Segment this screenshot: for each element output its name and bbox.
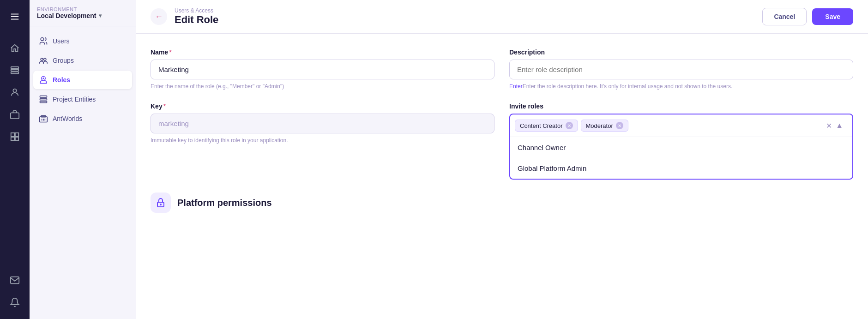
svg-point-15 bbox=[44, 58, 46, 60]
chevron-down-icon: ▾ bbox=[99, 12, 102, 19]
sidebar-item-project-entities[interactable]: Project Entities bbox=[33, 90, 132, 108]
env-name-text: Local Development bbox=[37, 12, 96, 19]
name-required: * bbox=[169, 48, 171, 56]
cancel-button[interactable]: Cancel bbox=[762, 8, 807, 25]
users-icon bbox=[39, 36, 48, 46]
sidebar-item-label: Users bbox=[53, 37, 70, 45]
env-selector[interactable]: Local Development ▾ bbox=[37, 12, 128, 19]
svg-rect-11 bbox=[15, 137, 18, 140]
role-tag-content-creator: Content Creator ✕ bbox=[515, 120, 578, 132]
content-list-icon[interactable] bbox=[6, 61, 24, 79]
role-tag-moderator: Moderator ✕ bbox=[581, 120, 628, 132]
description-hint: EnterEnter the role description here. It… bbox=[509, 83, 853, 90]
svg-rect-19 bbox=[40, 98, 47, 100]
invite-roles-label: Invite roles bbox=[509, 102, 853, 110]
permissions-section: Platform permissions bbox=[151, 193, 853, 213]
hamburger-icon[interactable] bbox=[6, 7, 24, 26]
svg-rect-20 bbox=[40, 101, 47, 102]
clear-icon[interactable]: ✕ bbox=[826, 121, 832, 130]
save-button[interactable]: Save bbox=[812, 8, 853, 25]
sidebar-item-label: Project Entities bbox=[53, 96, 96, 103]
sidebar-item-groups[interactable]: Groups bbox=[33, 51, 132, 70]
permissions-header: Platform permissions bbox=[151, 193, 853, 213]
invite-roles-group: Invite roles Content Creator ✕ Moderator… bbox=[509, 102, 853, 180]
groups-icon bbox=[39, 56, 48, 65]
permissions-icon bbox=[151, 193, 171, 213]
svg-rect-8 bbox=[11, 133, 14, 136]
key-label: Key* bbox=[151, 102, 494, 110]
dropdown-option-channel-owner[interactable]: Channel Owner bbox=[510, 137, 852, 158]
invite-icons: ✕ ▲ bbox=[826, 121, 848, 130]
lock-icon bbox=[155, 197, 166, 208]
svg-rect-9 bbox=[15, 133, 18, 136]
header-left: ← Users & Access Edit Role bbox=[151, 7, 218, 26]
svg-point-30 bbox=[160, 204, 161, 205]
back-button[interactable]: ← bbox=[151, 8, 167, 25]
svg-rect-7 bbox=[11, 113, 19, 119]
key-hint: Immutable key to identifying this role i… bbox=[151, 137, 494, 144]
key-required: * bbox=[163, 102, 166, 110]
description-group: Description EnterEnter the role descript… bbox=[509, 48, 853, 90]
svg-rect-10 bbox=[11, 137, 14, 140]
role-tag-label: Content Creator bbox=[520, 122, 563, 129]
invite-roles-input-row: Content Creator ✕ Moderator ✕ ✕ ▲ bbox=[510, 114, 852, 137]
invite-dropdown: Channel Owner Global Platform Admin bbox=[510, 137, 852, 179]
description-label: Description bbox=[509, 48, 853, 56]
sidebar-item-label: Groups bbox=[53, 57, 74, 64]
role-tag-label: Moderator bbox=[586, 122, 613, 129]
env-header: Environment Local Development ▾ bbox=[30, 0, 136, 26]
form-row-1: Name* Enter the name of the role (e.g., … bbox=[151, 48, 853, 90]
user-icon[interactable] bbox=[6, 83, 24, 102]
sidebar-item-label: AntWorlds bbox=[53, 115, 82, 122]
bag-icon[interactable] bbox=[6, 105, 24, 124]
sidebar-item-label: Roles bbox=[53, 76, 70, 84]
antworlds-icon bbox=[39, 114, 48, 123]
sidebar-item-users[interactable]: Users bbox=[33, 32, 132, 50]
svg-rect-12 bbox=[11, 277, 19, 284]
page-title: Edit Role bbox=[175, 14, 218, 26]
dropdown-option-global-admin[interactable]: Global Platform Admin bbox=[510, 158, 852, 179]
description-input[interactable] bbox=[509, 60, 853, 79]
mail-icon[interactable] bbox=[6, 271, 24, 289]
project-entities-icon bbox=[39, 95, 48, 104]
main-content: ← Users & Access Edit Role Cancel Save N… bbox=[136, 0, 868, 319]
permissions-title: Platform permissions bbox=[177, 198, 272, 208]
env-label: Environment bbox=[37, 6, 128, 12]
svg-rect-5 bbox=[11, 72, 19, 74]
invite-search-input[interactable] bbox=[631, 122, 823, 129]
left-nav: Environment Local Development ▾ Users Gr… bbox=[30, 0, 136, 319]
home-icon[interactable] bbox=[6, 39, 24, 57]
key-input bbox=[151, 114, 494, 133]
nav-items: Users Groups Roles Project Entities AntW… bbox=[30, 26, 136, 133]
form-row-2: Key* Immutable key to identifying this r… bbox=[151, 102, 853, 180]
sidebar-item-roles[interactable]: Roles bbox=[33, 71, 132, 89]
header-actions: Cancel Save bbox=[762, 8, 853, 25]
form-area: Name* Enter the name of the role (e.g., … bbox=[136, 34, 868, 319]
top-header: ← Users & Access Edit Role Cancel Save bbox=[136, 0, 868, 34]
dark-sidebar bbox=[0, 0, 30, 319]
svg-rect-18 bbox=[40, 96, 47, 97]
svg-point-6 bbox=[13, 89, 16, 92]
grid-icon[interactable] bbox=[6, 127, 24, 146]
key-group: Key* Immutable key to identifying this r… bbox=[151, 102, 494, 180]
svg-rect-3 bbox=[11, 67, 19, 69]
chevron-up-icon[interactable]: ▲ bbox=[836, 121, 843, 130]
roles-icon bbox=[39, 75, 48, 84]
svg-rect-4 bbox=[11, 69, 19, 71]
breadcrumb: Users & Access bbox=[175, 7, 218, 14]
sidebar-item-antworlds[interactable]: AntWorlds bbox=[33, 109, 132, 128]
name-input[interactable] bbox=[151, 60, 494, 79]
svg-point-13 bbox=[41, 38, 44, 41]
name-label: Name* bbox=[151, 48, 494, 56]
svg-point-17 bbox=[42, 78, 44, 79]
invite-roles-container[interactable]: Content Creator ✕ Moderator ✕ ✕ ▲ bbox=[509, 114, 853, 180]
name-hint: Enter the name of the role (e.g., "Membe… bbox=[151, 83, 494, 90]
bell-icon[interactable] bbox=[6, 293, 24, 312]
remove-moderator-button[interactable]: ✕ bbox=[616, 122, 623, 129]
name-group: Name* Enter the name of the role (e.g., … bbox=[151, 48, 494, 90]
remove-content-creator-button[interactable]: ✕ bbox=[566, 122, 573, 129]
svg-point-14 bbox=[41, 58, 43, 60]
page-meta: Users & Access Edit Role bbox=[175, 7, 218, 26]
